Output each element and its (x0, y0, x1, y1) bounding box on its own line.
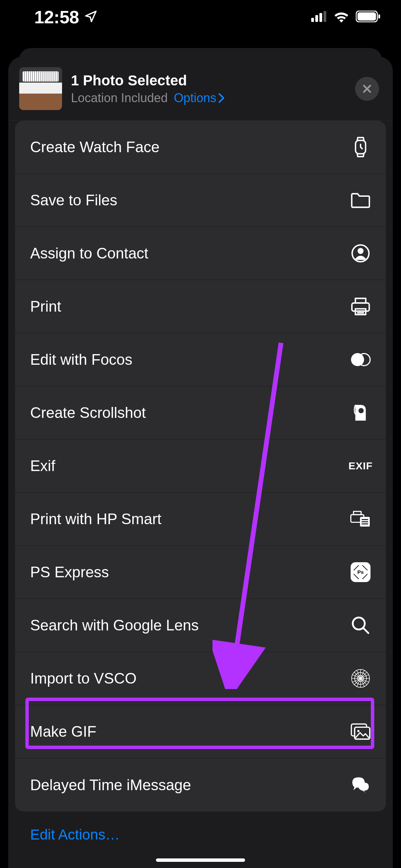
imessage-icon (350, 775, 371, 795)
close-button[interactable] (355, 77, 379, 101)
status-time: 12:58 (34, 7, 79, 27)
exif-icon: EXIF (350, 456, 371, 476)
svg-rect-40 (355, 727, 370, 739)
folder-icon (350, 190, 371, 210)
action-save-to-files[interactable]: Save to Files (15, 174, 386, 227)
photo-thumbnail[interactable] (19, 67, 62, 110)
action-list: Create Watch Face Save to Files Assign t… (15, 121, 386, 811)
ps-express-icon: Ps (350, 562, 371, 582)
action-make-gif[interactable]: Make GIF (15, 705, 386, 758)
action-exif[interactable]: Exif EXIF (15, 439, 386, 493)
watch-icon (350, 137, 371, 157)
svg-rect-10 (352, 303, 369, 311)
svg-rect-0 (311, 18, 314, 22)
share-sheet-header: 1 Photo Selected Location Included Optio… (8, 57, 393, 121)
options-label: Options (174, 91, 216, 105)
location-arrow-icon (84, 7, 98, 27)
action-label: Exif (30, 457, 350, 474)
action-label: Print (30, 298, 350, 315)
action-edit-with-focos[interactable]: Edit with Focos (15, 333, 386, 386)
focos-icon (350, 349, 371, 370)
action-label: Print with HP Smart (30, 510, 350, 528)
action-label: Create Watch Face (30, 138, 350, 156)
action-label: Make GIF (30, 723, 350, 740)
action-label: Create Scrollshot (30, 404, 350, 421)
contact-icon (350, 243, 371, 264)
svg-rect-3 (324, 11, 326, 22)
vsco-icon (350, 668, 371, 689)
action-assign-to-contact[interactable]: Assign to Contact (15, 227, 386, 280)
hp-smart-icon (350, 509, 371, 529)
action-ps-express[interactable]: PS Express Ps (15, 546, 386, 599)
svg-rect-1 (315, 15, 318, 22)
svg-line-27 (364, 628, 368, 633)
svg-rect-6 (378, 14, 380, 19)
action-google-lens[interactable]: Search with Google Lens (15, 599, 386, 652)
status-left: 12:58 (34, 7, 98, 27)
make-gif-icon (350, 721, 371, 742)
cellular-icon (311, 11, 327, 23)
svg-point-17 (359, 408, 364, 413)
action-create-watch-face[interactable]: Create Watch Face (15, 121, 386, 174)
location-included-label: Location Included (71, 91, 168, 105)
action-create-scrollshot[interactable]: Create Scrollshot (15, 386, 386, 439)
action-label: Search with Google Lens (30, 617, 350, 634)
edit-actions-button[interactable]: Edit Actions… (8, 811, 393, 843)
action-label: PS Express (30, 564, 350, 581)
printer-icon (350, 296, 371, 317)
action-label: Edit with Focos (30, 351, 350, 368)
svg-rect-5 (357, 12, 376, 21)
battery-icon (356, 11, 380, 24)
action-delayed-imessage[interactable]: Delayed Time iMessage (15, 758, 386, 811)
header-text: 1 Photo Selected Location Included Optio… (71, 72, 346, 105)
action-import-vsco[interactable]: Import to VSCO (15, 652, 386, 705)
google-lens-icon (350, 615, 371, 636)
wifi-icon (333, 10, 350, 24)
svg-point-9 (357, 248, 364, 254)
svg-rect-11 (355, 298, 366, 303)
action-print-hp-smart[interactable]: Print with HP Smart (15, 493, 386, 546)
action-print[interactable]: Print (15, 280, 386, 333)
svg-point-42 (357, 730, 360, 732)
action-label: Delayed Time iMessage (30, 776, 350, 794)
selection-title: 1 Photo Selected (71, 72, 346, 89)
svg-rect-19 (353, 511, 361, 515)
status-right (311, 10, 380, 24)
close-icon (362, 83, 373, 94)
action-label: Assign to Contact (30, 245, 350, 262)
chevron-right-icon (218, 93, 224, 103)
home-indicator[interactable] (156, 858, 245, 862)
scrollshot-icon (350, 402, 371, 423)
share-sheet: 1 Photo Selected Location Included Optio… (8, 57, 393, 868)
svg-rect-2 (319, 13, 322, 22)
action-label: Import to VSCO (30, 670, 350, 687)
status-bar: 12:58 (0, 0, 401, 34)
svg-text:Ps: Ps (357, 569, 364, 575)
action-label: Save to Files (30, 192, 350, 209)
options-button[interactable]: Options (174, 91, 224, 105)
